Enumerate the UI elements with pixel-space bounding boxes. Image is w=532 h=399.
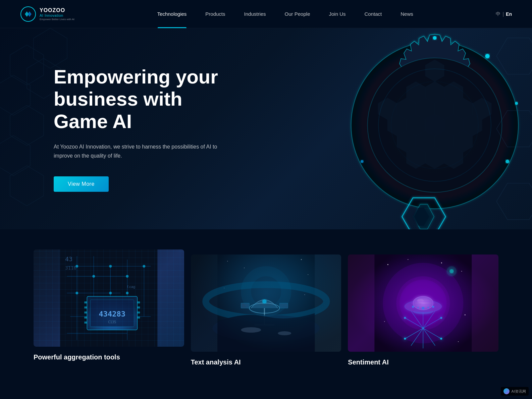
svg-point-69 [75,265,78,268]
lang-en[interactable]: En [506,11,512,17]
card-label-aggregation: Powerful aggregation tools [34,353,184,361]
nav-item-contact[interactable]: Contact [355,0,391,28]
card-aggregation[interactable]: 434283 C135 43 3116 f.cag Powerful aggre… [34,249,184,361]
card-image-space [348,254,498,352]
svg-point-102 [249,303,279,313]
svg-point-120 [465,315,466,316]
svg-point-96 [301,259,302,260]
svg-rect-77 [87,296,137,330]
card-image-satellite [191,254,341,352]
svg-rect-106 [279,303,288,308]
svg-point-71 [109,265,112,268]
svg-point-45 [433,36,437,40]
svg-point-142 [422,307,425,309]
svg-line-128 [423,311,435,328]
logo-icon [20,6,36,22]
nav-item-news[interactable]: News [391,0,423,28]
svg-point-140 [417,299,424,303]
svg-point-146 [412,301,435,305]
view-more-button[interactable]: View More [54,176,109,192]
nav-link-our-people[interactable]: Our People [275,0,320,28]
nav-item-industries[interactable]: Industries [235,0,275,28]
svg-point-95 [244,268,245,268]
svg-point-48 [506,160,509,163]
svg-point-136 [404,317,406,319]
svg-line-130 [411,311,423,328]
card-sentiment[interactable]: Sentiment AI [348,254,498,366]
svg-rect-93 [217,254,315,352]
language-selector[interactable]: 中 | En [496,11,512,17]
svg-point-139 [413,296,433,310]
svg-text:3116: 3116 [65,265,76,271]
svg-point-137 [413,309,433,314]
svg-point-97 [308,274,308,275]
svg-point-147 [400,280,447,327]
cards-section: 434283 C135 43 3116 f.cag Powerful aggre… [0,229,532,380]
svg-line-129 [423,328,435,346]
svg-marker-57 [496,183,532,220]
svg-point-149 [450,269,454,273]
brand-tagline: Empower Better Lives with AI [40,18,74,21]
svg-rect-85 [137,306,140,308]
nav-link-industries[interactable]: Industries [235,0,275,28]
watermark: AI资讯网 [501,387,529,396]
svg-line-127 [406,318,423,328]
nav-links: Technologies Products Industries Our Peo… [148,0,423,28]
svg-point-98 [224,288,224,288]
svg-point-110 [278,331,291,335]
nav-item-join-us[interactable]: Join Us [319,0,355,28]
hero-content: Empowering your business with Game AI At… [0,66,242,192]
gear-visual [317,28,532,229]
lang-cn[interactable]: 中 [496,11,500,17]
svg-point-108 [212,315,320,342]
svg-point-49 [361,160,364,163]
svg-point-144 [418,307,419,308]
card-text-analysis[interactable]: Text analysis AI [191,254,341,366]
svg-point-135 [404,338,406,340]
hero-section: Empowering your business with Game AI At… [0,28,532,229]
cards-row: 434283 C135 43 3116 f.cag Powerful aggre… [34,249,498,366]
svg-rect-79 [84,301,87,303]
svg-text:43: 43 [65,255,72,263]
svg-line-124 [423,328,441,338]
svg-marker-6 [34,28,67,68]
svg-text:f.cag: f.cag [127,285,135,289]
svg-line-126 [406,328,423,338]
svg-text:C135: C135 [108,320,116,324]
svg-point-73 [143,265,145,268]
watermark-icon [503,388,510,394]
svg-point-74 [75,292,78,294]
svg-point-94 [227,261,228,262]
svg-point-143 [432,306,434,308]
brand-name: YOOZOO [40,7,74,13]
card-image-circuit: 434283 C135 43 3116 f.cag [34,249,184,347]
svg-point-76 [126,292,128,294]
svg-point-118 [462,271,462,272]
nav-link-products[interactable]: Products [196,0,234,28]
card-label-sentiment: Sentiment AI [348,358,498,366]
svg-point-113 [383,263,464,343]
lang-separator: | [502,11,504,17]
nav-link-contact[interactable]: Contact [355,0,391,28]
svg-point-114 [396,276,450,330]
nav-link-news[interactable]: News [391,0,423,28]
nav-item-technologies[interactable]: Technologies [148,0,196,28]
nav-item-products[interactable]: Products [196,0,234,28]
svg-point-75 [109,292,112,294]
nav-link-join-us[interactable]: Join Us [319,0,355,28]
logo[interactable]: YOOZOO AI Innovation Empower Better Live… [20,6,74,22]
svg-point-100 [234,321,234,322]
svg-point-148 [447,266,457,276]
svg-rect-78 [90,300,134,327]
nav-item-our-people[interactable]: Our People [275,0,320,28]
svg-point-111 [246,271,286,311]
svg-rect-83 [84,322,87,324]
svg-point-116 [408,259,409,260]
svg-point-72 [126,275,128,278]
navbar: YOOZOO AI Innovation Empower Better Live… [0,0,532,28]
nav-link-technologies[interactable]: Technologies [148,0,196,28]
svg-rect-80 [84,306,87,308]
svg-point-47 [515,102,518,105]
svg-point-115 [387,264,388,265]
svg-marker-55 [496,38,532,74]
